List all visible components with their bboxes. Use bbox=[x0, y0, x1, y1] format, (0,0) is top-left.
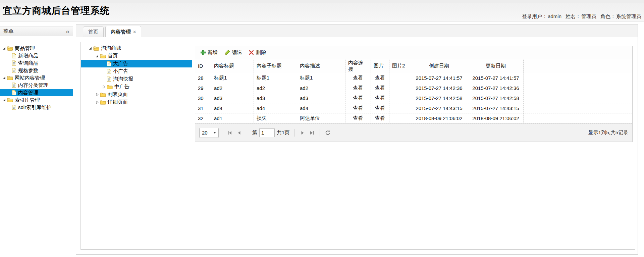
file-icon bbox=[107, 76, 111, 82]
cell-created: 2015-07-27 14:42:58 bbox=[410, 93, 468, 103]
sidebar-node-content-mgmt-selected[interactable]: 内容管理 bbox=[0, 89, 73, 96]
page-size-value: 20 bbox=[202, 130, 208, 136]
cell-created: 2018-08-09 21:06:02 bbox=[410, 113, 468, 123]
folder-closed-icon bbox=[100, 92, 106, 97]
sidebar-node-goods-mgmt[interactable]: 商品管理 bbox=[0, 45, 73, 52]
sidebar-collapse-icon[interactable]: « bbox=[66, 28, 69, 35]
sidebar-node-spec-params[interactable]: 规格参数 bbox=[0, 67, 73, 74]
pager-separator bbox=[294, 129, 295, 137]
category-tree-panel: 淘淘商城 首页 大广告 小广告 bbox=[81, 42, 192, 249]
folder-open-icon bbox=[7, 75, 13, 80]
cell-created: 2015-07-27 14:42:36 bbox=[410, 83, 468, 93]
table-row[interactable]: 28 标题1 标题1 标题1 查看 查看 2015-07-27 14:41:57… bbox=[195, 73, 632, 83]
view-pic-link[interactable]: 查看 bbox=[371, 103, 389, 113]
category-node-small-ad[interactable]: 小广告 bbox=[81, 67, 192, 75]
sidebar-title: 菜单 bbox=[3, 28, 13, 35]
tab-content-mgmt[interactable]: 内容管理 × bbox=[105, 26, 141, 37]
view-link[interactable]: 查看 bbox=[345, 93, 371, 103]
file-icon bbox=[12, 90, 16, 95]
next-page-button[interactable] bbox=[298, 128, 307, 137]
last-page-button[interactable] bbox=[307, 128, 317, 137]
file-icon bbox=[107, 69, 111, 74]
cell-desc: ad2 bbox=[297, 83, 345, 93]
column-header-title[interactable]: 内容标题 bbox=[211, 59, 254, 73]
cell-created: 2015-07-27 14:41:57 bbox=[410, 73, 468, 83]
category-node-express[interactable]: 淘淘快报 bbox=[81, 75, 192, 83]
category-node-big-ad-selected[interactable]: 大广告 bbox=[81, 60, 192, 67]
column-header-desc[interactable]: 内容描述 bbox=[297, 59, 345, 73]
view-pic-link[interactable]: 查看 bbox=[371, 93, 389, 103]
column-header-subtitle[interactable]: 内容子标题 bbox=[254, 59, 297, 73]
cell-title: ad2 bbox=[211, 83, 254, 93]
column-header-pic[interactable]: 图片 bbox=[371, 59, 389, 73]
file-icon bbox=[107, 61, 111, 66]
cell-title: ad3 bbox=[211, 93, 254, 103]
delete-button[interactable]: 删除 bbox=[246, 48, 269, 57]
table-row[interactable]: 32 ad1 损失 阿达单位 查看 查看 2018-08-09 21:06:02… bbox=[195, 113, 632, 123]
table-row[interactable]: 30 ad3 ad3 ad3 查看 查看 2015-07-27 14:42:58… bbox=[195, 93, 632, 103]
tree-collapsed-icon[interactable] bbox=[95, 93, 99, 97]
category-node-mall-root[interactable]: 淘淘商城 bbox=[81, 44, 192, 52]
category-node-mid-ad[interactable]: 中广告 bbox=[81, 83, 192, 91]
tree-node-label: 索引库管理 bbox=[15, 97, 40, 103]
first-page-button[interactable] bbox=[225, 128, 234, 137]
category-node-detail-page[interactable]: 详细页面 bbox=[81, 98, 192, 106]
sidebar-node-query-goods[interactable]: 查询商品 bbox=[0, 59, 73, 67]
tree-node-label: 淘淘商城 bbox=[101, 45, 121, 51]
prev-page-button[interactable] bbox=[234, 128, 244, 137]
edit-icon bbox=[224, 50, 230, 55]
folder-open-icon bbox=[7, 46, 13, 51]
file-icon bbox=[12, 68, 16, 73]
app-window: 宜立方商城后台管理系统 登录用户：admin姓名：管理员角色：系统管理员 菜单 … bbox=[0, 0, 644, 257]
last-page-icon bbox=[309, 130, 315, 136]
tab-close-icon[interactable]: × bbox=[133, 30, 136, 34]
first-page-icon bbox=[227, 130, 232, 136]
sidebar-node-site-content-mgmt[interactable]: 网站内容管理 bbox=[0, 74, 73, 82]
tree-node-label: 网站内容管理 bbox=[15, 75, 45, 81]
view-pic-link[interactable]: 查看 bbox=[371, 83, 389, 93]
column-header-id[interactable]: ID bbox=[195, 59, 211, 73]
folder-open-icon bbox=[7, 98, 13, 102]
view-pic-link[interactable]: 查看 bbox=[371, 73, 389, 83]
tree-node-label: solr索引库维护 bbox=[18, 104, 51, 111]
cell-desc: ad3 bbox=[297, 93, 345, 103]
view-link[interactable]: 查看 bbox=[345, 73, 371, 83]
refresh-button[interactable] bbox=[323, 128, 332, 137]
add-button[interactable]: 新增 bbox=[197, 48, 221, 57]
tree-collapsed-icon[interactable] bbox=[95, 100, 99, 104]
cell-updated: 2015-07-27 14:41:57 bbox=[468, 73, 524, 83]
sidebar-node-add-goods[interactable]: 新增商品 bbox=[0, 52, 73, 59]
user-name-value: 管理员 bbox=[581, 13, 596, 19]
column-header-updated[interactable]: 更新日期 bbox=[468, 59, 524, 73]
tree-expanded-icon[interactable] bbox=[2, 98, 6, 102]
table-row[interactable]: 31 ad4 ad4 ad4 查看 查看 2015-07-27 14:43:15… bbox=[195, 103, 632, 113]
tree-node-label: 列表页面 bbox=[108, 91, 128, 98]
tree-expanded-icon[interactable] bbox=[2, 46, 6, 50]
tab-home[interactable]: 首页 bbox=[83, 27, 104, 37]
view-link[interactable]: 查看 bbox=[345, 83, 371, 93]
login-user-value: admin bbox=[548, 13, 561, 19]
view-link[interactable]: 查看 bbox=[345, 103, 371, 113]
column-header-pic2[interactable]: 图片2 bbox=[389, 59, 410, 73]
view-link[interactable]: 查看 bbox=[345, 113, 371, 123]
sidebar-node-content-category-mgmt[interactable]: 内容分类管理 bbox=[0, 82, 73, 89]
category-node-list-page[interactable]: 列表页面 bbox=[81, 91, 192, 98]
tree-expanded-icon[interactable] bbox=[2, 76, 6, 80]
sidebar-node-index-mgmt[interactable]: 索引库管理 bbox=[0, 96, 73, 104]
app-title: 宜立方商城后台管理系统 bbox=[3, 4, 110, 17]
page-size-select[interactable]: 20 bbox=[199, 128, 219, 138]
category-node-homepage[interactable]: 首页 bbox=[81, 52, 192, 60]
file-icon bbox=[12, 105, 16, 110]
tree-collapsed-icon[interactable] bbox=[102, 85, 106, 89]
tree-expanded-icon[interactable] bbox=[95, 54, 99, 58]
table-row[interactable]: 29 ad2 ad2 ad2 查看 查看 2015-07-27 14:42:36… bbox=[195, 83, 632, 93]
column-header-created[interactable]: 创建日期 bbox=[410, 59, 468, 73]
tree-expanded-icon[interactable] bbox=[88, 46, 92, 50]
cell-id: 28 bbox=[195, 73, 211, 83]
column-header-link[interactable]: 内容连接 bbox=[345, 59, 371, 73]
page-number-input[interactable] bbox=[259, 128, 275, 137]
view-pic-link[interactable]: 查看 bbox=[371, 113, 389, 123]
page-prefix-label: 第 bbox=[252, 130, 257, 136]
edit-button[interactable]: 编辑 bbox=[221, 48, 245, 57]
sidebar-node-solr-index[interactable]: solr索引库维护 bbox=[0, 104, 73, 111]
